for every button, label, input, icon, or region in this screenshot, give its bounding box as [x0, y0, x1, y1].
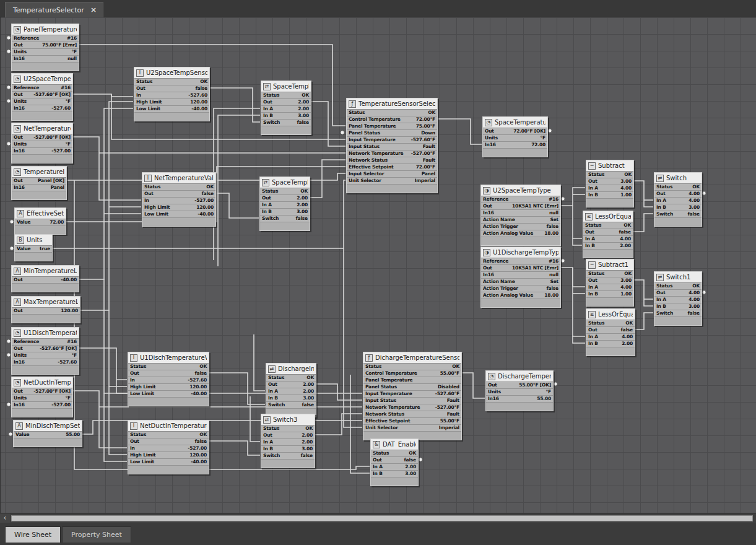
row-high-limit[interactable]: High Limit120.00 [128, 384, 209, 391]
row-high-limit[interactable]: High Limit120.00 [142, 204, 215, 211]
block-space-temperature[interactable]: ◔SpaceTemperatureOut72.00°F [OK]Units°FI… [482, 116, 548, 157]
row-out[interactable]: Out10K5A1 NTC [Emr] [481, 203, 560, 210]
row-reference[interactable]: Reference#16 [12, 85, 72, 92]
block-header[interactable]: ◔NetDuctInTemp [12, 377, 72, 388]
row-input-status[interactable]: Input StatusFault [363, 398, 461, 404]
row-input-status[interactable]: Input StatusFault [347, 144, 437, 150]
row-out[interactable]: Outfalse [134, 85, 209, 92]
row-input-selector[interactable]: Input SelectorPanel [347, 171, 437, 178]
block-header[interactable]: ≤LessOrEqual [583, 211, 633, 222]
row-switch[interactable]: Switchfalse [260, 216, 310, 222]
row-out[interactable]: Out120.00 [12, 308, 80, 315]
row-in-a[interactable]: In A2.00 [371, 464, 418, 471]
row-in-a[interactable]: In A2.00 [261, 439, 315, 446]
row-status[interactable]: StatusOK [266, 375, 316, 381]
row-in-a[interactable]: In A4.00 [586, 284, 633, 291]
tab-wire-sheet[interactable]: Wire Sheet [5, 526, 61, 543]
row-value[interactable]: Valuetrue [15, 246, 52, 253]
block-switch3[interactable]: ⇄Switch3StatusOKOut2.00In A2.00In B3.00S… [261, 414, 315, 468]
row-out[interactable]: Out2.00 [261, 432, 315, 439]
row-in-b[interactable]: In B2.00 [583, 243, 633, 250]
row-out[interactable]: Outfalse [371, 457, 418, 464]
block-max-temperature-limit[interactable]: AMaxTemperatureLimitOut120.00 [11, 296, 80, 323]
block-header[interactable]: AMinTemperatureLimit [12, 266, 79, 277]
row-out[interactable]: Out2.00 [261, 99, 311, 106]
row-out[interactable]: Outfalse [128, 370, 209, 377]
row-status[interactable]: StatusOK [583, 222, 633, 229]
row-status[interactable]: StatusOK [260, 188, 310, 195]
row-status[interactable]: StatusOK [371, 450, 418, 457]
row-out[interactable]: Out-40.00 [12, 277, 79, 284]
block-u2-space-temp-sensor-valid[interactable]: IU2SpaceTempSensorValid?StatusOKOutfalse… [134, 67, 210, 121]
block-header[interactable]: IU1DischTemperatureValid? [128, 352, 209, 364]
block-header[interactable]: ≤LessOrEqual1 [586, 309, 635, 320]
block-header[interactable]: AMaxTemperatureLimit [12, 297, 80, 308]
block-dicharge-temperature-sensor-selector[interactable]: ƒDichargeTemperatureSensorSelectorStatus… [363, 352, 462, 440]
block-space-temp-net[interactable]: ⇄SpaceTempNet...StatusOKOut2.00In A2.00I… [259, 177, 310, 231]
row-out[interactable]: Outfalse [142, 191, 215, 198]
row-in16[interactable]: In16null [481, 272, 560, 279]
block-temperature-in[interactable]: ◔TemperatureIn...OutPanel [OK]In16Panel [11, 166, 67, 200]
block-discharge-temperature[interactable]: ◔DischargeTemperatureOut55.00°F [OK]Unit… [485, 370, 554, 411]
tab-property-sheet[interactable]: Property Sheet [62, 526, 131, 543]
row-action-name[interactable]: Action NameSet [481, 279, 560, 286]
block-net-temperature-valid[interactable]: INetTemperatureValid?StatusOKOutfalseIn-… [142, 172, 216, 227]
row-value[interactable]: Value72.00 [15, 219, 66, 226]
row-panel-status[interactable]: Panel StatusDisabled [363, 384, 461, 391]
row-out[interactable]: Out-527.60°F [OK] [12, 346, 79, 352]
block-header[interactable]: ◑U2SpaceTempType [481, 185, 560, 196]
row-in-a[interactable]: In A4.00 [583, 236, 633, 243]
row-in16[interactable]: In16null [12, 56, 79, 63]
row-action-analog-value[interactable]: Action Analog Value18.00 [481, 292, 560, 299]
row-units[interactable]: Units°F [12, 98, 72, 105]
block-header[interactable]: ⇄DischargeInpu... [266, 364, 316, 375]
row-out[interactable]: Out55.00°F [OK] [486, 382, 553, 389]
row-status[interactable]: StatusOK [586, 271, 633, 277]
row-out[interactable]: Out4.00 [654, 191, 702, 198]
row-in-b[interactable]: In B3.00 [371, 471, 418, 477]
row-status[interactable]: StatusOK [128, 432, 209, 438]
row-in-b[interactable]: In B3.00 [261, 113, 311, 120]
row-switch[interactable]: Switchfalse [266, 402, 316, 409]
row-status[interactable]: StatusOK [134, 79, 209, 85]
block-net-duct-in-temp[interactable]: ◔NetDuctInTempOut-527.00°F [OK]Units°FIn… [11, 377, 73, 417]
row-low-limit[interactable]: Low Limit-40.00 [134, 106, 209, 113]
block-header[interactable]: ◔NetTemperature [12, 123, 72, 134]
row-panel-temperature[interactable]: Panel Temperature75.00°F [347, 123, 437, 130]
block-header[interactable]: ◔U1DischTemperature [12, 328, 79, 339]
row-action-analog-value[interactable]: Action Analog Value18.00 [481, 230, 560, 237]
row-in-a[interactable]: In A2.00 [260, 202, 310, 209]
row-out[interactable]: Out-527.00°F [OK] [12, 388, 72, 395]
row-reference[interactable]: Reference#16 [12, 35, 79, 42]
block-header[interactable]: &DAT_Enabled [371, 439, 418, 450]
block-u1-disch-temperature-valid[interactable]: IU1DischTemperatureValid?StatusOKOutfals… [128, 352, 209, 406]
row-network-status[interactable]: Network StatusFault [363, 411, 461, 418]
row-out[interactable]: Outfalse [583, 229, 633, 236]
block-header[interactable]: −Subtract1 [586, 259, 633, 271]
row-reference[interactable]: Reference#16 [481, 258, 560, 265]
row-out[interactable]: Out3.00 [586, 277, 633, 284]
row-out[interactable]: Out-527.60°F [OK] [12, 92, 72, 98]
block-net-temperature[interactable]: ◔NetTemperatureOut-527.00°F [OK]Units°FI… [11, 123, 73, 164]
block-header[interactable]: ⇄Switch [654, 173, 702, 184]
row-high-limit[interactable]: High Limit120.00 [134, 99, 209, 106]
block-net-duct-in-temperature-valid[interactable]: INetDuctInTemperatureValid?StatusOKOutfa… [128, 420, 209, 474]
row-units[interactable]: Units°F [12, 49, 79, 56]
row-in-b[interactable]: In B3.00 [260, 209, 310, 216]
row-in-a[interactable]: In A2.00 [261, 106, 311, 113]
block-switch[interactable]: ⇄SwitchStatusOKOut4.00In A4.00In B3.00Sw… [654, 172, 702, 227]
block-subtract1[interactable]: −Subtract1StatusOKOut3.00In A4.00In B1.0… [586, 259, 634, 307]
row-out[interactable]: Out2.00 [266, 381, 316, 388]
row-low-limit[interactable]: Low Limit-40.00 [142, 211, 215, 218]
block-header[interactable]: IU2SpaceTempSensorValid? [134, 68, 209, 79]
row-value[interactable]: Value55.00 [14, 432, 82, 438]
row-out[interactable]: Outfalse [128, 438, 209, 445]
row-out[interactable]: Out2.00 [260, 195, 310, 202]
row-units[interactable]: Units°F [12, 141, 72, 148]
row-in-a[interactable]: In A4.00 [586, 185, 633, 192]
row-status[interactable]: StatusOK [654, 184, 702, 191]
block-header[interactable]: BUnits [15, 235, 52, 246]
row-status[interactable]: StatusOK [363, 364, 461, 370]
row-in-b[interactable]: In B1.00 [586, 192, 633, 199]
row-out[interactable]: Outfalse [586, 327, 635, 334]
